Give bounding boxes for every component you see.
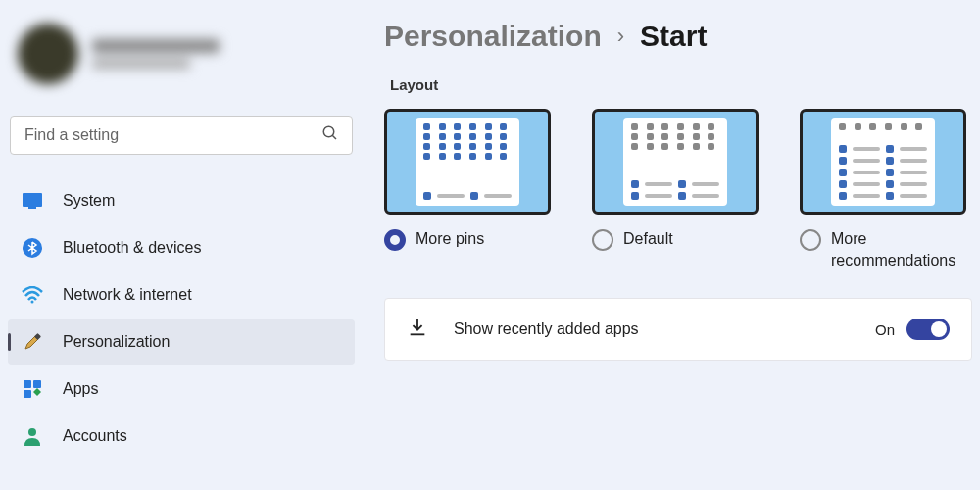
layout-radio-more-pins[interactable] xyxy=(384,229,406,251)
sidebar-item-label: Network & internet xyxy=(63,286,192,304)
search-container xyxy=(10,116,353,155)
chevron-right-icon: › xyxy=(617,24,624,49)
layout-option-default[interactable]: Default xyxy=(592,109,759,270)
person-icon xyxy=(22,425,43,447)
layout-radio-label: More pins xyxy=(416,228,484,250)
user-profile[interactable] xyxy=(8,10,355,98)
layout-thumb-more-pins[interactable] xyxy=(384,109,551,215)
avatar xyxy=(18,24,78,84)
sidebar-item-network[interactable]: Network & internet xyxy=(8,272,355,318)
layout-radio-label: More recommendations xyxy=(831,228,956,270)
sidebar-item-label: Accounts xyxy=(63,427,127,445)
layout-thumb-default[interactable] xyxy=(592,109,759,215)
layout-radio-more-recommendations[interactable] xyxy=(800,229,821,251)
bluetooth-icon xyxy=(22,237,43,259)
layout-option-more-pins[interactable]: More pins xyxy=(384,109,551,270)
apps-icon xyxy=(22,378,43,400)
svg-rect-8 xyxy=(33,380,41,388)
svg-rect-3 xyxy=(28,207,36,209)
system-icon xyxy=(22,190,43,212)
svg-rect-7 xyxy=(24,380,31,388)
recently-added-label: Show recently added apps xyxy=(454,320,850,338)
search-input[interactable] xyxy=(10,116,353,155)
sidebar-item-label: Apps xyxy=(63,380,98,398)
layout-radio-label: Default xyxy=(623,228,673,250)
layout-radio-default[interactable] xyxy=(592,229,613,251)
recently-added-toggle[interactable] xyxy=(906,318,950,340)
layout-thumb-more-recommendations[interactable] xyxy=(800,109,966,215)
wifi-icon xyxy=(22,284,43,306)
sidebar-item-label: Personalization xyxy=(63,333,170,351)
recently-added-state: On xyxy=(875,321,895,338)
breadcrumb-parent[interactable]: Personalization xyxy=(384,20,602,53)
sidebar-item-apps[interactable]: Apps xyxy=(8,367,355,412)
layout-section-label: Layout xyxy=(390,76,980,93)
svg-point-5 xyxy=(31,301,34,304)
download-icon xyxy=(407,317,428,342)
svg-point-10 xyxy=(28,428,36,436)
svg-rect-2 xyxy=(23,193,42,207)
sidebar-item-personalization[interactable]: Personalization xyxy=(8,319,355,365)
svg-rect-9 xyxy=(24,390,31,398)
paintbrush-icon xyxy=(22,331,43,353)
sidebar-item-label: System xyxy=(63,192,115,210)
sidebar-item-accounts[interactable]: Accounts xyxy=(8,414,355,459)
layout-option-more-recommendations[interactable]: More recommendations xyxy=(800,109,966,270)
sidebar-item-system[interactable]: System xyxy=(8,178,355,223)
setting-recently-added: Show recently added apps On xyxy=(384,298,972,361)
breadcrumb: Personalization › Start xyxy=(384,20,980,53)
sidebar-item-label: Bluetooth & devices xyxy=(63,239,201,257)
sidebar-item-bluetooth[interactable]: Bluetooth & devices xyxy=(8,225,355,270)
page-title: Start xyxy=(640,20,707,53)
